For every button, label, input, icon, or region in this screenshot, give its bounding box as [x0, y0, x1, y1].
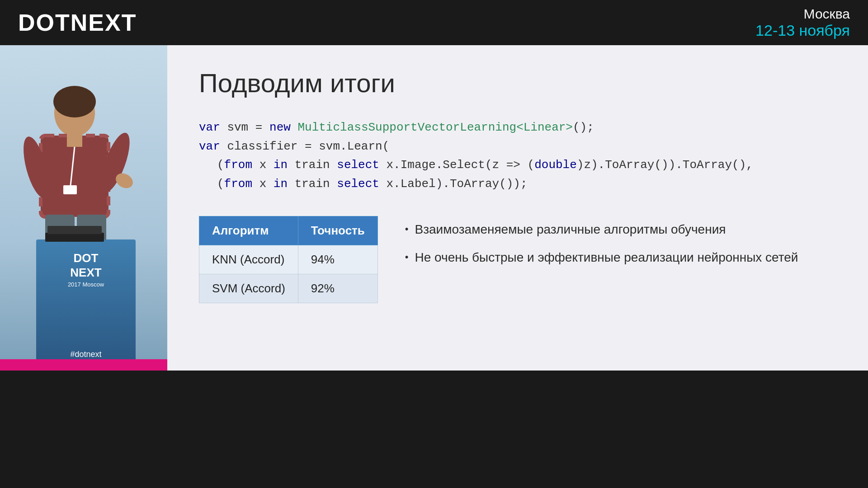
bullet-item: •Взаимозаменяемые различные алгоритмы об…	[405, 221, 841, 238]
logo-area: DOTNEXT	[18, 9, 137, 36]
keyword-var2: var	[199, 140, 220, 153]
table-body: KNN (Accord)94%SVM (Accord)92%	[199, 245, 378, 303]
keyword-from2: from	[224, 177, 252, 191]
code-line-1: var svm = new MulticlassSupportVectorLea…	[199, 118, 841, 137]
table-row: SVM (Accord)92%	[199, 274, 378, 303]
bullet-item: •Не очень быстрые и эффективные реализац…	[405, 249, 841, 266]
bullet-dot: •	[405, 250, 409, 264]
date-label: 12-13 ноября	[755, 22, 850, 39]
table-row: KNN (Accord)94%	[199, 245, 378, 274]
svg-text:#dotnext: #dotnext	[70, 350, 101, 359]
table-cell-accuracy: 92%	[298, 274, 377, 303]
keyword-double: double	[534, 158, 577, 172]
table-header-accuracy: Точность	[298, 216, 377, 245]
svg-text:DOT: DOT	[74, 251, 99, 265]
table-cell-accuracy: 94%	[298, 245, 377, 274]
header-bar: DOTNEXT Москва 12-13 ноября	[0, 0, 868, 45]
svg-text:NEXT: NEXT	[70, 266, 101, 279]
keyword-in2: in	[274, 177, 288, 191]
table-cell-algo: KNN (Accord)	[199, 245, 298, 274]
keyword-from1: from	[224, 158, 252, 172]
bullet-dot: •	[405, 222, 409, 236]
table-cell-algo: SVM (Accord)	[199, 274, 298, 303]
city-label: Москва	[755, 6, 850, 22]
slide-title: Подводим итоги	[199, 68, 841, 98]
table-header-algo: Алгоритм	[199, 216, 298, 245]
svg-point-2	[53, 86, 96, 117]
svg-rect-20	[0, 359, 167, 371]
bottom-section: Алгоритм Точность KNN (Accord)94%SVM (Ac…	[199, 216, 841, 303]
svg-text:2017 Moscow: 2017 Moscow	[68, 281, 104, 288]
code-line-3: (from x in train select x.Image.Select(z…	[199, 156, 841, 175]
svg-rect-19	[47, 226, 102, 234]
keyword-select2: select	[337, 177, 379, 191]
bullet-text: Взаимозаменяемые различные алгоритмы обу…	[415, 221, 726, 238]
keyword-var: var	[199, 121, 220, 134]
video-panel: DOT NEXT 2017 Moscow #dotnext	[0, 45, 167, 371]
keyword-select1: select	[337, 158, 379, 172]
class-name: MulticlassSupportVectorLearning<Linear>	[297, 121, 573, 134]
svg-rect-7	[63, 185, 77, 194]
bullet-points: •Взаимозаменяемые различные алгоритмы об…	[405, 216, 841, 276]
code-line-4: (from x in train select x.Label).ToArray…	[199, 175, 841, 194]
keyword-in1: in	[274, 158, 288, 172]
code-line-2: var classifier = svm.Learn(	[199, 137, 841, 156]
main-content: DOT NEXT 2017 Moscow #dotnext Подводим и…	[0, 45, 868, 488]
presenter-image: DOT NEXT 2017 Moscow #dotnext	[0, 45, 167, 371]
keyword-new: new	[269, 121, 291, 134]
brand-logo: DOTNEXT	[18, 9, 137, 36]
bullet-text: Не очень быстрые и эффективные реализаци…	[415, 249, 798, 266]
presenter-area: DOT NEXT 2017 Moscow #dotnext	[0, 45, 167, 371]
algorithm-table: Алгоритм Точность KNN (Accord)94%SVM (Ac…	[199, 216, 378, 303]
slide-panel: Подводим итоги var svm = new MulticlassS…	[167, 45, 868, 371]
svg-rect-5	[67, 133, 82, 147]
code-block: var svm = new MulticlassSupportVectorLea…	[199, 118, 841, 193]
event-info: Москва 12-13 ноября	[755, 6, 850, 39]
